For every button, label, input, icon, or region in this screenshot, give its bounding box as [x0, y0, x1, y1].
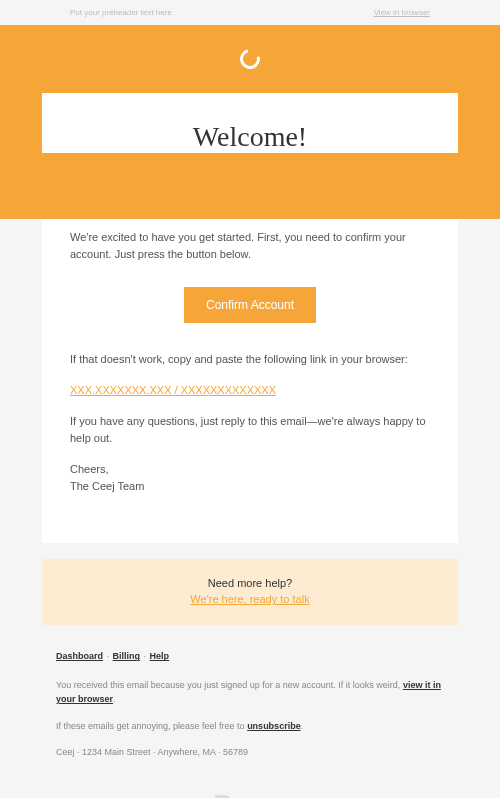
welcome-title: Welcome!: [70, 121, 430, 153]
help-title: Need more help?: [52, 577, 448, 589]
footer: Dashboard · Billing · Help You received …: [56, 649, 444, 759]
fallback-link[interactable]: XXX.XXXXXXX.XXX / XXXXXXXXXXXXX: [70, 382, 276, 399]
footer-reason: You received this email because you just…: [56, 678, 444, 707]
help-link[interactable]: We're here, ready to talk: [190, 593, 309, 605]
card-header: Welcome!: [42, 93, 458, 153]
intro-text: We're excited to have you get started. F…: [70, 229, 430, 263]
footer-links: Dashboard · Billing · Help: [56, 649, 444, 663]
loading-icon: [236, 45, 263, 72]
team-name: The Ceej Team: [70, 480, 144, 492]
footer-link-dashboard[interactable]: Dashboard: [56, 651, 103, 661]
footer-unsub-pre: If these emails get annoying, please fee…: [56, 721, 247, 731]
signoff-word: Cheers,: [70, 463, 109, 475]
footer-reason-post: .: [113, 694, 116, 704]
help-box: Need more help? We're here, ready to tal…: [42, 559, 458, 625]
hero-banner: Welcome!: [0, 25, 500, 219]
footer-reason-pre: You received this email because you just…: [56, 680, 403, 690]
signoff: Cheers, The Ceej Team: [70, 461, 430, 495]
preheader-bar: Put your preheader text here View in bro…: [0, 0, 500, 25]
card-body: We're excited to have you get started. F…: [42, 219, 458, 543]
footer-link-help[interactable]: Help: [150, 651, 170, 661]
confirm-account-button[interactable]: Confirm Account: [184, 287, 316, 323]
unsubscribe-link[interactable]: unsubscribe: [247, 721, 301, 731]
footer-link-billing[interactable]: Billing: [113, 651, 141, 661]
view-in-browser-link[interactable]: View in browser: [374, 8, 430, 17]
preheader-text: Put your preheader text here: [70, 8, 172, 17]
footer-unsub-post: .: [301, 721, 304, 731]
fallback-intro: If that doesn't work, copy and paste the…: [70, 351, 430, 368]
questions-text: If you have any questions, just reply to…: [70, 413, 430, 447]
footer-unsubscribe: If these emails get annoying, please fee…: [56, 719, 444, 733]
stripo-brand: NO BOT ≋ stripo: [0, 771, 500, 798]
footer-address: Ceej · 1234 Main Street · Anywhere, MA ·…: [56, 745, 444, 759]
separator-icon: ·: [107, 651, 110, 661]
separator-icon: ·: [144, 651, 147, 661]
